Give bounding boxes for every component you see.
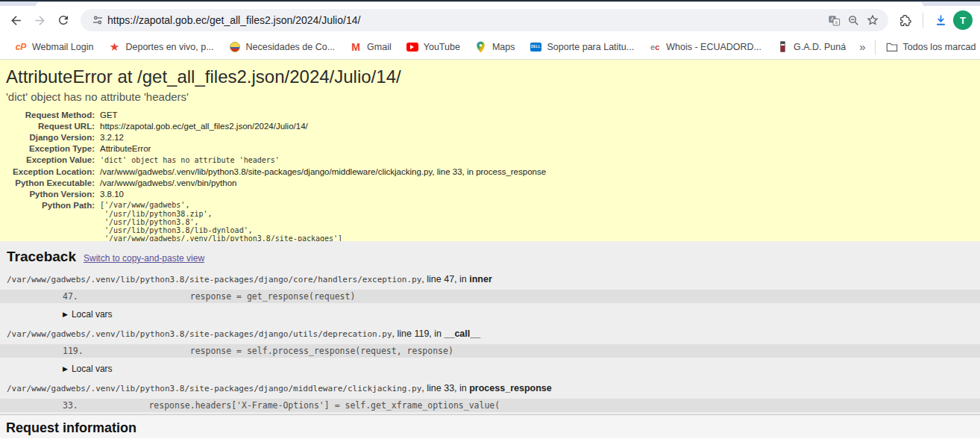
active-tab[interactable] [36, 2, 923, 6]
omnibox[interactable]: https://zapotal.gob.ec/get_all_files2.js… [81, 9, 888, 31]
meta-row-python-version: Python Version:3.8.10 [7, 189, 546, 200]
meta-row-exception-value: Exception Value:'dict' object has no att… [7, 155, 546, 166]
source-code-line: response = self.process_response(request… [107, 346, 453, 356]
bookmarks-overflow-button[interactable]: » [855, 40, 870, 53]
extensions-button[interactable] [894, 9, 917, 31]
switch-copy-paste-link[interactable]: Switch to copy-and-paste view [84, 253, 204, 264]
error-subtitle: 'dict' object has no attribute 'headers' [6, 90, 971, 103]
bookmark-label: Gmail [367, 42, 392, 52]
bookmark-label: Soporte para Latitu... [547, 42, 634, 52]
window-top-edge [0, 0, 980, 1]
tab-strip [0, 0, 980, 6]
youtube-icon [406, 43, 418, 52]
bookmark-webmail-login[interactable]: cP Webmail Login [9, 38, 99, 56]
reload-icon [57, 13, 70, 27]
browser-toolbar: https://zapotal.gob.ec/get_all_files2.js… [0, 6, 980, 34]
error-summary-section: AttributeError at /get_all_files2.json/2… [0, 60, 980, 241]
bookmarks-bar: cP Webmail Login ★ Deportes en vivo, p..… [0, 34, 980, 60]
bookmark-deportes[interactable]: ★ Deportes en vivo, p... [102, 38, 219, 56]
bookmark-page-button[interactable] [863, 10, 882, 30]
translate-icon: A a [828, 14, 841, 27]
profile-avatar[interactable]: T [953, 10, 973, 30]
star-outline-icon [866, 13, 879, 27]
gad-puna-icon [780, 41, 785, 52]
toolbar-separator [923, 13, 923, 28]
bookmark-label: Webmail Login [32, 42, 93, 52]
local-vars-toggle[interactable]: ▶Local vars [63, 309, 980, 320]
local-vars-toggle[interactable]: ▶Local vars [63, 364, 980, 374]
error-meta-table: Request Method:GET Request URL:https://z… [7, 110, 546, 241]
line-number: 119. [63, 346, 107, 356]
red-star-icon: ★ [108, 41, 120, 53]
ecuador-crest-icon [230, 42, 240, 52]
bookmark-label: Whois - ECUADORD... [666, 42, 761, 52]
python-path-value: ['/var/www/gadwebs', '/usr/lib/python38.… [100, 201, 546, 241]
reload-button[interactable] [52, 9, 75, 31]
bookmark-label: Deportes en vivo, p... [125, 42, 213, 52]
meta-row-request-url: Request URL:https://zapotal.gob.ec/get_a… [7, 121, 546, 132]
bookmarks-separator [875, 40, 876, 55]
downloads-button[interactable] [929, 9, 952, 31]
bookmark-label: YouTube [424, 42, 460, 52]
traceback-heading: Traceback [7, 249, 76, 265]
nic-ec-icon: ec [649, 41, 661, 53]
traceback-frame-path: /var/www/gadwebs/.venv/lib/python3.8/sit… [7, 329, 980, 339]
line-number: 33. [63, 400, 107, 411]
bookmark-label: Necesidades de Co... [246, 42, 336, 52]
bookmark-whois[interactable]: ec Whois - ECUADORD... [643, 38, 767, 56]
all-bookmarks-folder[interactable]: Todos los marcad [880, 38, 980, 56]
tune-icon [92, 14, 104, 26]
translate-button[interactable]: A a [824, 10, 844, 30]
download-icon [934, 13, 948, 28]
forward-button[interactable] [28, 9, 51, 31]
traceback-frame-path: /var/www/gadwebs/.venv/lib/python3.8/sit… [7, 383, 980, 393]
traceback-context-line[interactable]: 33. response.headers['X-Frame-Options'] … [0, 399, 980, 412]
triangle-right-icon: ▶ [63, 311, 68, 318]
folder-icon [886, 42, 898, 52]
bookmark-necesidades[interactable]: Necesidades de Co... [223, 38, 342, 56]
traceback-frame-path: /var/www/gadwebs/.venv/lib/python3.8/sit… [7, 274, 980, 284]
back-button[interactable] [4, 9, 27, 31]
meta-row-exception-location: Exception Location:/var/www/gadwebs/.ven… [7, 166, 546, 178]
bookmark-gmail[interactable]: M Gmail [344, 38, 398, 56]
bookmark-label: Maps [492, 42, 515, 52]
request-info-heading: Request information [6, 420, 980, 436]
gmail-icon: M [350, 41, 362, 53]
bookmark-label: G.A.D. Puná [794, 42, 846, 52]
traceback-section: Traceback Switch to copy-and-paste view … [0, 241, 980, 415]
back-icon [9, 13, 23, 28]
traceback-context-line[interactable]: 119. response = self.process_response(re… [0, 344, 980, 358]
line-number: 47. [63, 291, 107, 302]
meta-row-exception-type: Exception Type:AttributeError [7, 143, 546, 155]
maps-pin-icon [476, 41, 486, 53]
source-code-line: response.headers['X-Frame-Options'] = se… [107, 400, 500, 411]
triangle-right-icon: ▶ [63, 365, 68, 373]
source-code-line: response = get_response(request) [107, 291, 355, 302]
bookmark-gad-puna[interactable]: G.A.D. Puná [770, 38, 852, 56]
all-bookmarks-label: Todos los marcad [903, 42, 976, 52]
meta-row-python-executable: Python Executable:/var/www/gadwebs/.venv… [7, 178, 546, 189]
meta-row-python-path: Python Path:['/var/www/gadwebs', '/usr/l… [7, 200, 546, 241]
url-text[interactable]: https://zapotal.gob.ec/get_all_files2.js… [107, 14, 824, 26]
forward-icon [33, 13, 47, 28]
meta-row-request-method: Request Method:GET [7, 110, 546, 121]
meta-row-django-version: Django Version:3.2.12 [7, 132, 546, 143]
bookmark-youtube[interactable]: YouTube [401, 38, 466, 56]
traceback-context-line[interactable]: 47. response = get_response(request) [0, 290, 980, 303]
svg-text:a: a [835, 19, 838, 24]
puzzle-icon [899, 13, 913, 28]
magnifier-minus-icon [847, 14, 860, 27]
request-info-section: Request information [0, 415, 980, 438]
zoom-button[interactable] [844, 10, 863, 30]
site-settings-button[interactable] [88, 10, 107, 30]
cpanel-icon: cP [15, 41, 27, 53]
bookmark-soporte-dell[interactable]: DELL Soporte para Latitu... [524, 38, 640, 56]
error-title: AttributeError at /get_all_files2.json/2… [6, 66, 971, 87]
bookmark-maps[interactable]: Maps [469, 38, 521, 56]
dell-icon: DELL [530, 43, 541, 52]
